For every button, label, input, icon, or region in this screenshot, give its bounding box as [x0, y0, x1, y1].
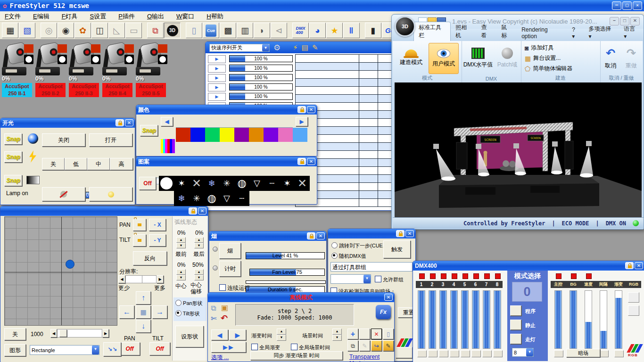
channel-fader[interactable]: [472, 290, 479, 349]
menu-item[interactable]: P插件: [118, 12, 135, 21]
color-swatch[interactable]: [190, 128, 205, 142]
menu-item[interactable]: H帮助: [206, 12, 223, 21]
color-swatch[interactable]: [220, 128, 234, 142]
insert-step-button[interactable]: [359, 329, 370, 339]
channel-fader[interactable]: [439, 290, 447, 349]
sequence-play-button[interactable]: ▶: [208, 55, 226, 63]
global-scene-checkbox[interactable]: 全局场景时间: [291, 344, 330, 351]
pan-tilt-grid[interactable]: [4, 216, 117, 326]
pan-off-button[interactable]: Off: [119, 342, 140, 355]
group-select[interactable]: ▼: [330, 274, 371, 284]
shape-off-button[interactable]: 关: [4, 328, 26, 340]
menu-multi-select[interactable]: 多项选择 ▾: [584, 24, 619, 41]
pin-button[interactable]: [307, 232, 315, 239]
fixture-label[interactable]: AccuSpot250 II-4: [102, 83, 132, 97]
sequence-flash-icon[interactable]: ⚡: [293, 43, 298, 52]
cue-table-row[interactable]: [296, 55, 392, 63]
sequence-speed-slider[interactable]: 100 %: [229, 83, 293, 90]
fx-button[interactable]: Fx: [376, 305, 391, 319]
console-icon[interactable]: ▩: [220, 23, 236, 38]
pin-button[interactable]: [116, 119, 124, 126]
gobo-breakup[interactable]: ✳: [189, 191, 204, 206]
channel-fader[interactable]: [450, 290, 458, 349]
fixture-clear-icon[interactable]: ▧: [19, 23, 35, 38]
prev-step-button[interactable]: ◀: [211, 329, 228, 340]
channel-fader[interactable]: [600, 290, 607, 349]
close-button[interactable]: ✕: [316, 232, 325, 239]
sequence-play-button[interactable]: ▶: [208, 83, 226, 91]
pin-button[interactable]: [297, 106, 306, 113]
scene-time-spinner[interactable]: ▲▼: [332, 329, 342, 341]
strobe-off-button[interactable]: 关: [42, 158, 65, 170]
sequence-play-button[interactable]: ▶: [208, 65, 226, 73]
pin-button[interactable]: [189, 207, 197, 214]
global-fade-checkbox[interactable]: 全局渐变: [251, 344, 280, 351]
gobo-wheel-icon[interactable]: ◉: [58, 23, 74, 38]
user-mode-button[interactable]: 用户模式: [429, 43, 459, 74]
cue-table-row[interactable]: [296, 71, 392, 79]
stage-3d-view[interactable]: SCREEN SCREEN: [395, 82, 642, 217]
gobo-open[interactable]: [159, 176, 174, 191]
channel-button[interactable]: [614, 350, 624, 357]
fixture[interactable]: 0% AccuSpot250 II-5: [135, 42, 168, 94]
color-next-button[interactable]: ▶: [296, 117, 308, 126]
cue-table-row[interactable]: [296, 79, 392, 87]
beam-icon[interactable]: ⊲: [271, 23, 287, 38]
gobo-disc[interactable]: ◍: [234, 176, 249, 191]
submaster-icon[interactable]: ▮: [365, 23, 381, 38]
fixture[interactable]: 0% AccuSpot250 II-2: [34, 42, 68, 94]
strobe-mid-button[interactable]: 中: [87, 158, 110, 170]
stop-button[interactable]: [510, 320, 521, 330]
view-2d-icon[interactable]: ⧉: [147, 23, 164, 38]
menu-language[interactable]: 语言 ▾: [619, 24, 644, 41]
gobo-triangle[interactable]: ▽: [219, 191, 234, 206]
tilt-off-button[interactable]: Off: [149, 342, 170, 355]
position-dot[interactable]: [66, 260, 74, 269]
nudge-center-button[interactable]: ▦: [136, 305, 151, 319]
view-3d-icon[interactable]: 3D: [164, 23, 181, 38]
delete-step-button[interactable]: ✕: [371, 329, 382, 339]
undo-button[interactable]: ↶ 取消: [600, 43, 621, 73]
channel-button[interactable]: [493, 350, 503, 357]
rgb-button[interactable]: [628, 305, 639, 316]
gobo-disc[interactable]: ◍: [204, 191, 219, 206]
new-show-icon[interactable]: ▯: [186, 23, 202, 38]
lamp-icon[interactable]: ◎: [41, 23, 57, 38]
channel-fader[interactable]: [615, 290, 622, 349]
channel-button[interactable]: [482, 350, 492, 357]
nudge-down-button[interactable]: ↓: [136, 320, 151, 333]
pause-icon[interactable]: ‖: [343, 23, 360, 38]
close-button[interactable]: ✕: [125, 119, 133, 126]
pan-lock-button[interactable]: [133, 219, 146, 231]
channel-button[interactable]: [599, 350, 609, 357]
close-button[interactable]: ✕: [307, 158, 315, 165]
lamp-off-button[interactable]: [42, 187, 85, 201]
run-button[interactable]: [510, 334, 521, 344]
cue-window-icon[interactable]: Cue: [203, 23, 219, 38]
pin-button[interactable]: [396, 230, 405, 237]
paste-icon[interactable]: ▣: [221, 303, 228, 312]
fixture-group-icon[interactable]: ▦: [2, 23, 18, 38]
next-step-button[interactable]: ▶: [229, 329, 246, 340]
add-step-button[interactable]: +: [347, 329, 358, 339]
add-fixture-button[interactable]: ◙添加灯具: [525, 44, 553, 52]
beam-angle-icon[interactable]: ◺: [108, 23, 125, 38]
easyview-logo-button[interactable]: 3D: [395, 16, 415, 37]
back-spinner[interactable]: ▲▼: [194, 237, 204, 248]
shape-button[interactable]: 图形: [4, 344, 26, 356]
menu-help[interactable]: ? ▾: [567, 25, 584, 41]
gobo-dots[interactable]: ┄: [234, 191, 249, 206]
fade-time-spinner[interactable]: ▲▼: [277, 329, 286, 341]
menu-item[interactable]: O输出: [147, 12, 164, 21]
menu-item[interactable]: S设置: [90, 12, 107, 21]
gobo-snow[interactable]: ❄: [204, 176, 219, 191]
layers-button[interactable]: ⧉: [347, 340, 358, 351]
snap-button[interactable]: Snap: [4, 175, 22, 186]
group-field[interactable]: 通过灯具群组: [330, 262, 413, 272]
channel-fader[interactable]: [429, 290, 436, 349]
moving-head-icon[interactable]: ◫: [91, 23, 108, 38]
pin-button[interactable]: [625, 262, 634, 269]
fixture-label[interactable]: AccuSpot250 II-3: [69, 83, 99, 97]
sequence-speed-slider[interactable]: 100 %: [229, 65, 293, 72]
pan-shape-radio[interactable]: Pan形状: [175, 300, 203, 307]
